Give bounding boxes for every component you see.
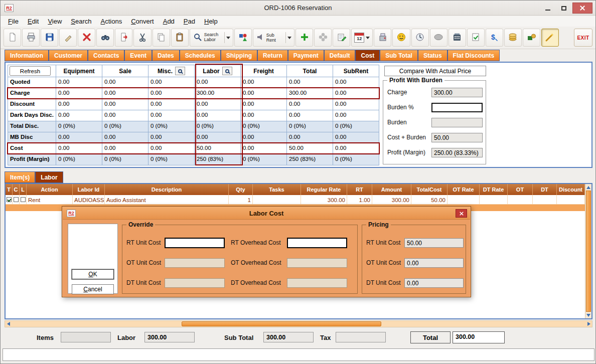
tab-schedules[interactable]: Schedules: [180, 50, 221, 61]
tab-shipping[interactable]: Shipping: [221, 50, 257, 61]
tab-information[interactable]: Information: [5, 50, 49, 61]
currency-button[interactable]: $: [486, 29, 503, 47]
calendar-button[interactable]: 12: [351, 29, 373, 47]
scroll-down-button[interactable]: [585, 312, 591, 318]
dialog-title-bar[interactable]: R2 Labor Cost: [63, 207, 470, 220]
menu-search[interactable]: Search: [66, 17, 96, 26]
vertical-scrollbar[interactable]: [585, 184, 591, 318]
tab-payment[interactable]: Payment: [288, 50, 324, 61]
labor-col-qty[interactable]: Qty: [229, 184, 253, 195]
close-button[interactable]: [572, 3, 592, 14]
purchase-button[interactable]: [523, 29, 540, 47]
menu-actions[interactable]: Actions: [96, 17, 127, 26]
maximize-button[interactable]: [556, 3, 571, 14]
wand-button[interactable]: [541, 29, 559, 47]
search-labor-icon[interactable]: [222, 67, 232, 75]
new-document-button[interactable]: [4, 29, 21, 47]
site-print-button[interactable]: [374, 29, 391, 47]
detail-tab-labor[interactable]: Labor: [35, 171, 63, 183]
labor-cell-c: [13, 195, 20, 204]
chevron-down-icon[interactable]: [226, 37, 230, 39]
labor-col-tasks[interactable]: Tasks: [253, 184, 301, 195]
tab-sub-total[interactable]: Sub Total: [380, 50, 418, 61]
tab-cost[interactable]: Cost: [355, 50, 380, 61]
labor-col-totalcost[interactable]: TotalCost: [411, 184, 448, 195]
edit-note-button[interactable]: [333, 29, 350, 47]
labor-col-l[interactable]: L: [20, 184, 27, 195]
vertical-scroll-thumb[interactable]: [586, 191, 591, 312]
tab-dates[interactable]: Dates: [152, 50, 180, 61]
labor-col-description[interactable]: Description: [105, 184, 229, 195]
tab-flat-discounts[interactable]: Flat Discounts: [448, 50, 500, 61]
confirm-note-button[interactable]: [467, 29, 485, 47]
row-checkbox-c[interactable]: [14, 197, 19, 202]
money-button[interactable]: [504, 29, 522, 47]
copy-button[interactable]: [153, 29, 170, 47]
horizontal-scrollbar[interactable]: [5, 320, 592, 327]
scroll-up-button[interactable]: [585, 184, 591, 191]
menu-pad[interactable]: Pad: [179, 17, 200, 26]
history-button[interactable]: [411, 29, 429, 47]
tab-event[interactable]: Event: [124, 50, 152, 61]
labor-col-t[interactable]: T: [6, 184, 13, 195]
cancel-button[interactable]: Cancel: [72, 284, 114, 294]
menu-convert[interactable]: Convert: [126, 17, 159, 26]
delete-button[interactable]: [78, 29, 95, 47]
labor-col-labor-id[interactable]: Labor Id: [73, 184, 105, 195]
detail-tab-item-s[interactable]: Item(s): [5, 171, 35, 183]
cut-button[interactable]: [133, 29, 151, 47]
chevron-down-icon[interactable]: [366, 37, 370, 39]
labor-col-amount[interactable]: Amount: [372, 184, 411, 195]
scroll-left-button[interactable]: [5, 321, 12, 327]
menu-edit[interactable]: Edit: [23, 17, 43, 26]
override-input-rt-unit-cost[interactable]: [165, 238, 225, 248]
menu-help[interactable]: Help: [200, 17, 222, 26]
refresh-button[interactable]: Refresh: [10, 66, 51, 76]
tab-default[interactable]: Default: [324, 50, 356, 61]
labor-col-regular-rate[interactable]: Regular Rate: [301, 184, 347, 195]
ok-button[interactable]: OK: [72, 269, 114, 279]
components-button[interactable]: [314, 29, 332, 47]
tab-return[interactable]: Return: [257, 50, 288, 61]
menu-file[interactable]: File: [4, 17, 23, 26]
sub-rent-button[interactable]: Sub Rent: [253, 29, 295, 47]
paste-button[interactable]: [171, 29, 189, 47]
chevron-down-icon[interactable]: [287, 37, 291, 39]
labor-col-action[interactable]: Action: [27, 184, 73, 195]
search-misc-icon[interactable]: [175, 67, 185, 75]
add-button[interactable]: [295, 29, 313, 47]
row-checkbox-t[interactable]: [7, 197, 12, 202]
horizontal-scroll-thumb[interactable]: [182, 321, 381, 326]
labor-col-ot[interactable]: OT: [508, 184, 533, 195]
exit-button[interactable]: EXIT: [574, 29, 592, 47]
export-document-button[interactable]: [115, 29, 132, 47]
compare-actual-price-button[interactable]: Compare With Actual Price: [384, 66, 486, 76]
register-button[interactable]: [449, 29, 466, 47]
tab-customer[interactable]: Customer: [49, 50, 88, 61]
minimize-button[interactable]: [540, 3, 555, 14]
labor-table-row[interactable]: RentAUDIOASSI...Audio Assistant1300.001.…: [6, 195, 585, 205]
labor-col-dt-rate[interactable]: DT Rate: [480, 184, 508, 195]
feedback-button[interactable]: [392, 29, 410, 47]
scroll-right-button[interactable]: [585, 321, 592, 327]
convert-shapes-button[interactable]: [234, 29, 252, 47]
labor-col-dt[interactable]: DT: [533, 184, 557, 195]
labor-col-ot-rate[interactable]: OT Rate: [448, 184, 480, 195]
burden-field-burden[interactable]: [431, 103, 483, 112]
save-button[interactable]: [41, 29, 58, 47]
dialog-close-button[interactable]: [456, 209, 467, 218]
override-input-rt-overhead-cost[interactable]: [287, 238, 347, 248]
tab-status[interactable]: Status: [418, 50, 448, 61]
labor-col-c[interactable]: C: [13, 184, 20, 195]
find-button[interactable]: [96, 29, 114, 47]
menu-view[interactable]: View: [43, 17, 66, 26]
row-checkbox-l[interactable]: [21, 197, 26, 202]
labor-col-discount[interactable]: Discount: [557, 184, 585, 195]
labor-col-rt[interactable]: RT: [347, 184, 372, 195]
tab-contacts[interactable]: Contacts: [88, 50, 124, 61]
search-labor-button[interactable]: Search Labor: [190, 29, 233, 47]
edit-button[interactable]: [59, 29, 77, 47]
print-button[interactable]: [22, 29, 40, 47]
cost-col-sale: Sale: [102, 65, 148, 77]
menu-add[interactable]: Add: [159, 17, 179, 26]
